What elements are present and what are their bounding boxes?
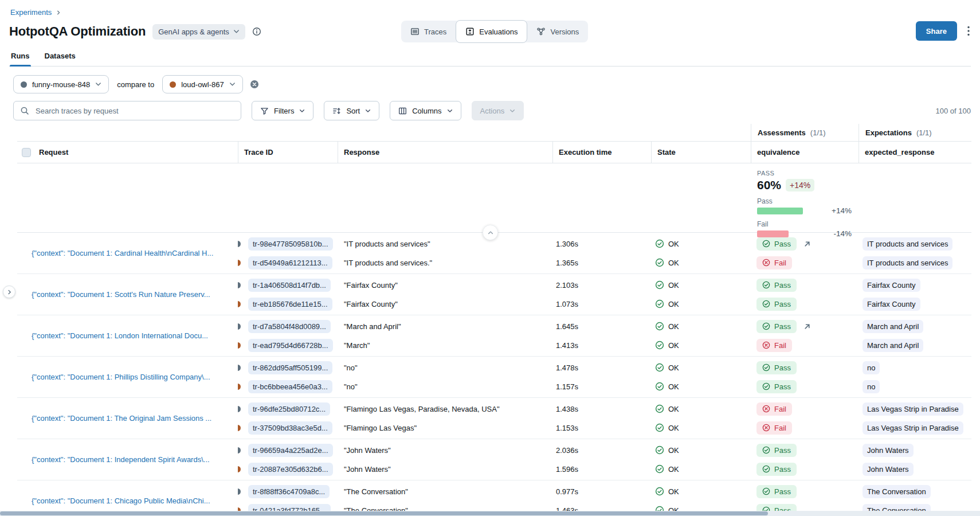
run-select-baseline[interactable]: loud-owl-867 bbox=[162, 75, 242, 93]
assessment-badge[interactable]: Fail bbox=[756, 256, 792, 269]
run-b-dot bbox=[238, 260, 241, 266]
select-all-checkbox[interactable] bbox=[22, 148, 31, 157]
trace-id-pill[interactable]: tr-eb185676de11e15... bbox=[248, 298, 332, 311]
filters-button[interactable]: Filters bbox=[252, 101, 313, 120]
assessment-badge[interactable]: Pass bbox=[756, 485, 797, 498]
collapse-summary-button[interactable] bbox=[483, 225, 498, 240]
chevron-down-icon bbox=[365, 109, 371, 113]
column-header-equivalence[interactable]: equivalence bbox=[751, 142, 859, 163]
assessment-label: Pass bbox=[774, 281, 791, 290]
check-circle-icon bbox=[655, 423, 664, 432]
columns-icon bbox=[398, 107, 407, 115]
check-circle-icon bbox=[655, 404, 664, 413]
assessment-label: Pass bbox=[774, 240, 791, 248]
assessment-badge[interactable]: Fail bbox=[756, 421, 792, 435]
request-link[interactable]: {"context": "Document 1: Cardinal Health… bbox=[32, 249, 213, 257]
column-header-trace-id[interactable]: Trace ID bbox=[238, 142, 338, 163]
summary-pass-rate: 60% bbox=[757, 178, 781, 192]
evaluations-table: Assessments (1/1) Expectations (1/1) Req… bbox=[17, 124, 971, 516]
view-switcher-evaluations[interactable]: Evaluations bbox=[456, 20, 527, 43]
column-header-execution-time[interactable]: Execution time bbox=[552, 142, 651, 163]
horizontal-scrollbar-thumb[interactable] bbox=[0, 511, 768, 515]
trace-id-pill[interactable]: tr-ead795d4d66728b... bbox=[248, 339, 333, 352]
expand-sidebar-button[interactable] bbox=[3, 286, 15, 298]
trace-id-pill[interactable]: tr-96dfe25bd80712c... bbox=[248, 402, 330, 416]
columns-button[interactable]: Columns bbox=[390, 101, 461, 120]
change-arrow-icon bbox=[803, 240, 812, 248]
column-header-response[interactable]: Response bbox=[338, 142, 552, 163]
info-icon[interactable] bbox=[252, 27, 261, 36]
assessment-badge[interactable]: Pass bbox=[756, 237, 797, 251]
trace-id-pill[interactable]: tr-8f88ff36c4709a8c... bbox=[248, 485, 330, 498]
domain-badge-label: GenAI apps & agents bbox=[158, 28, 229, 36]
run-a-dot bbox=[238, 323, 241, 330]
view-switcher-traces[interactable]: Traces bbox=[401, 21, 456, 42]
response-text: "John Waters" bbox=[338, 461, 552, 477]
chevron-down-icon bbox=[233, 29, 240, 34]
breadcrumb-experiments-link[interactable]: Experiments bbox=[10, 8, 52, 17]
request-link[interactable]: {"context": "Document 1: Independent Spi… bbox=[32, 455, 210, 464]
run-select-primary[interactable]: funny-mouse-848 bbox=[13, 75, 109, 93]
trace-id-pill[interactable]: tr-96659a4a225ad2e... bbox=[248, 444, 333, 457]
trace-id-pill[interactable]: tr-20887e305d632b6... bbox=[248, 463, 333, 476]
view-switcher: Traces Evaluations Versions bbox=[401, 21, 588, 42]
chevron-down-icon bbox=[299, 109, 305, 113]
trace-id-pill[interactable]: tr-d54949a61212113... bbox=[248, 256, 332, 269]
response-text: "Fairfax County" bbox=[338, 296, 552, 312]
expected-response-pill: Fairfax County bbox=[863, 298, 920, 311]
assessment-badge[interactable]: Fail bbox=[756, 339, 792, 352]
assessment-label: Fail bbox=[774, 424, 786, 432]
run-a-dot bbox=[238, 488, 241, 495]
request-link[interactable]: {"context": "Document 1: Scott's Run Nat… bbox=[32, 290, 210, 299]
search-input[interactable] bbox=[34, 106, 234, 116]
execution-time: 0.977s bbox=[552, 483, 651, 499]
run-b-dot bbox=[238, 384, 241, 390]
assessment-label: Fail bbox=[774, 259, 786, 267]
check-circle-icon bbox=[655, 341, 664, 350]
expected-response-pill: The Conversation bbox=[863, 485, 931, 498]
actions-button[interactable]: Actions bbox=[472, 101, 524, 120]
trace-id-pill[interactable]: tr-37509bd38ac3e5d... bbox=[248, 421, 332, 435]
assessment-badge[interactable]: Pass bbox=[756, 298, 797, 311]
trace-id-pill[interactable]: tr-1a406508d14f7db... bbox=[248, 279, 331, 292]
state-label: OK bbox=[668, 341, 679, 350]
run-compare-row: funny-mouse-848 compare to loud-owl-867 bbox=[13, 72, 971, 96]
share-button[interactable]: Share bbox=[916, 21, 957, 41]
view-switcher-versions[interactable]: Versions bbox=[527, 21, 588, 42]
trace-id-pill[interactable]: tr-d7a5804f48d0089... bbox=[248, 320, 331, 333]
filters-label: Filters bbox=[274, 107, 294, 115]
versions-icon bbox=[536, 27, 546, 36]
state-label: OK bbox=[668, 487, 679, 496]
view-switcher-traces-label: Traces bbox=[424, 28, 446, 36]
assessment-badge[interactable]: Pass bbox=[756, 444, 797, 457]
overflow-menu-icon[interactable] bbox=[966, 24, 971, 38]
assessment-badge[interactable]: Pass bbox=[756, 320, 797, 333]
clear-compare-icon[interactable] bbox=[250, 80, 259, 89]
assessment-badge[interactable]: Pass bbox=[756, 361, 797, 374]
request-link[interactable]: {"context": "Document 1: London Internat… bbox=[32, 331, 208, 340]
column-header-expected-response[interactable]: expected_response bbox=[859, 142, 971, 163]
column-header-request[interactable]: Request bbox=[17, 142, 238, 163]
tab-datasets[interactable]: Datasets bbox=[44, 49, 77, 66]
expected-response-pill: March and April bbox=[863, 339, 923, 352]
traces-icon bbox=[410, 27, 420, 36]
sort-button[interactable]: Sort bbox=[324, 101, 379, 120]
trace-id-pill[interactable]: tr-862dd95aff505199... bbox=[248, 361, 332, 374]
assessment-badge[interactable]: Fail bbox=[756, 402, 792, 416]
request-link[interactable]: {"context": "Document 1: Chicago Public … bbox=[32, 497, 210, 505]
assessment-badge[interactable]: Pass bbox=[756, 463, 797, 476]
domain-badge-dropdown[interactable]: GenAI apps & agents bbox=[152, 24, 245, 40]
request-link[interactable]: {"context": "Document 1: Phillips Distil… bbox=[32, 373, 210, 381]
tab-runs[interactable]: Runs bbox=[10, 49, 31, 66]
response-text: "Flamingo Las Vegas, Paradise, Nevada, U… bbox=[338, 401, 552, 417]
tab-bar: Runs Datasets bbox=[9, 49, 971, 67]
trace-id-pill[interactable]: tr-98e47785095810b... bbox=[248, 237, 333, 251]
assessment-label: Pass bbox=[774, 363, 791, 372]
assessment-badge[interactable]: Pass bbox=[756, 380, 797, 393]
assessment-badge[interactable]: Pass bbox=[756, 279, 797, 292]
request-link[interactable]: {"context": "Document 1: The Original Ja… bbox=[32, 414, 211, 423]
trace-id-pill[interactable]: tr-bc6bbeea456e0a3... bbox=[248, 380, 332, 393]
response-text: "no" bbox=[338, 378, 552, 394]
table-body: {"context": "Document 1: Cardinal Health… bbox=[17, 233, 971, 516]
column-header-state[interactable]: State bbox=[651, 142, 751, 163]
